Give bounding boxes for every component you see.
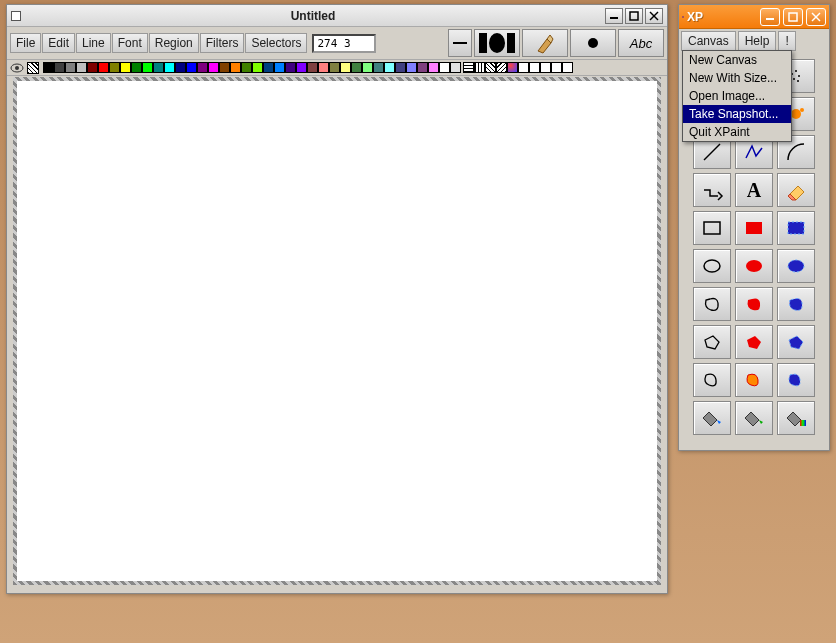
color-swatch[interactable]	[54, 62, 65, 73]
color-swatch[interactable]	[417, 62, 428, 73]
menu-file[interactable]: File	[10, 33, 41, 53]
color-swatch[interactable]	[395, 62, 406, 73]
color-swatch[interactable]	[340, 62, 351, 73]
pattern-indicator-icon[interactable]	[27, 62, 39, 74]
pattern-swatch[interactable]	[518, 62, 529, 73]
dropdown-item-open-image-[interactable]: Open Image...	[683, 87, 791, 105]
menu-font[interactable]: Font	[112, 33, 148, 53]
color-swatch[interactable]	[329, 62, 340, 73]
dropdown-item-new-canvas[interactable]: New Canvas	[683, 51, 791, 69]
drawing-canvas[interactable]	[13, 77, 661, 585]
color-swatch[interactable]	[186, 62, 197, 73]
tool-minimize-button[interactable]	[760, 8, 780, 26]
tool-text[interactable]: A	[735, 173, 773, 207]
dropdown-item-take-snapshot-[interactable]: Take Snapshot...	[683, 105, 791, 123]
color-swatch[interactable]	[197, 62, 208, 73]
pattern-swatch[interactable]	[562, 62, 573, 73]
color-swatch[interactable]	[450, 62, 461, 73]
menu-help[interactable]: Help	[738, 31, 777, 51]
pattern-swatch[interactable]	[540, 62, 551, 73]
tool-rect-dashed[interactable]	[777, 211, 815, 245]
color-swatch[interactable]	[318, 62, 329, 73]
pattern-swatch[interactable]	[485, 62, 496, 73]
dropdown-item-quit-xpaint[interactable]: Quit XPaint	[683, 123, 791, 141]
color-swatch[interactable]	[241, 62, 252, 73]
color-swatch[interactable]	[373, 62, 384, 73]
tool-polygon-dashed[interactable]	[777, 325, 815, 359]
dropdown-item-new-with-size-[interactable]: New With Size...	[683, 69, 791, 87]
tool-spline-dashed[interactable]	[777, 363, 815, 397]
color-swatch[interactable]	[98, 62, 109, 73]
menu-line[interactable]: Line	[76, 33, 111, 53]
tool-connected-line[interactable]	[693, 173, 731, 207]
color-swatch[interactable]	[428, 62, 439, 73]
maximize-button[interactable]	[625, 8, 643, 24]
tool-ellipse-dashed[interactable]	[777, 249, 815, 283]
color-swatch[interactable]	[351, 62, 362, 73]
color-swatch[interactable]	[120, 62, 131, 73]
color-swatch[interactable]	[65, 62, 76, 73]
tool-gradient-fill[interactable]	[735, 401, 773, 435]
color-swatch[interactable]	[109, 62, 120, 73]
system-menu-icon[interactable]	[11, 11, 21, 21]
text-tool-button[interactable]: Abc	[618, 29, 664, 57]
color-swatch[interactable]	[131, 62, 142, 73]
color-swatch[interactable]	[87, 62, 98, 73]
tool-spline-outline[interactable]	[693, 363, 731, 397]
color-swatch[interactable]	[230, 62, 241, 73]
tool-titlebar[interactable]: XP	[679, 5, 829, 29]
tool-rainbow-fill[interactable]	[777, 401, 815, 435]
tool-rect-filled[interactable]	[735, 211, 773, 245]
color-swatch[interactable]	[153, 62, 164, 73]
color-swatch[interactable]	[296, 62, 307, 73]
brush-tool-button[interactable]	[522, 29, 568, 57]
dot-brush-button[interactable]	[570, 29, 616, 57]
color-swatch[interactable]	[274, 62, 285, 73]
brush-shape-button[interactable]	[474, 29, 520, 57]
menu-selectors[interactable]: Selectors	[245, 33, 307, 53]
color-swatch[interactable]	[384, 62, 395, 73]
tool-system-icon[interactable]	[682, 16, 684, 18]
color-swatch[interactable]	[208, 62, 219, 73]
tool-close-button[interactable]	[806, 8, 826, 26]
color-swatch[interactable]	[252, 62, 263, 73]
color-swatch[interactable]	[164, 62, 175, 73]
tool-eraser[interactable]	[777, 173, 815, 207]
menu-filters[interactable]: Filters	[200, 33, 245, 53]
linewidth-button[interactable]	[448, 29, 472, 57]
pattern-swatch[interactable]	[551, 62, 562, 73]
color-swatch[interactable]	[219, 62, 230, 73]
color-swatch[interactable]	[307, 62, 318, 73]
color-swatch[interactable]	[406, 62, 417, 73]
menu-canvas[interactable]: Canvas	[681, 31, 736, 51]
color-swatch[interactable]	[43, 62, 54, 73]
tool-lasso-filled[interactable]	[735, 287, 773, 321]
tool-ellipse-filled[interactable]	[735, 249, 773, 283]
pattern-swatch[interactable]	[496, 62, 507, 73]
tool-lasso-dashed[interactable]	[777, 287, 815, 321]
tool-polygon-filled[interactable]	[735, 325, 773, 359]
menu-region[interactable]: Region	[149, 33, 199, 53]
color-swatch[interactable]	[76, 62, 87, 73]
color-swatch[interactable]	[175, 62, 186, 73]
tool-fill[interactable]	[693, 401, 731, 435]
color-swatch[interactable]	[439, 62, 450, 73]
menu-bang[interactable]: !	[778, 31, 795, 51]
color-swatch[interactable]	[285, 62, 296, 73]
color-swatch[interactable]	[263, 62, 274, 73]
tool-maximize-button[interactable]	[783, 8, 803, 26]
pattern-swatch[interactable]	[529, 62, 540, 73]
pattern-swatch[interactable]	[507, 62, 518, 73]
eye-icon[interactable]	[10, 62, 24, 74]
close-button[interactable]	[645, 8, 663, 24]
tool-ellipse-outline[interactable]	[693, 249, 731, 283]
tool-rect-outline[interactable]	[693, 211, 731, 245]
tool-polygon-outline[interactable]	[693, 325, 731, 359]
tool-spline-filled[interactable]	[735, 363, 773, 397]
pattern-swatch[interactable]	[474, 62, 485, 73]
pattern-swatch[interactable]	[463, 62, 474, 73]
menu-edit[interactable]: Edit	[42, 33, 75, 53]
color-swatch[interactable]	[142, 62, 153, 73]
color-swatch[interactable]	[362, 62, 373, 73]
titlebar[interactable]: Untitled	[7, 5, 667, 27]
